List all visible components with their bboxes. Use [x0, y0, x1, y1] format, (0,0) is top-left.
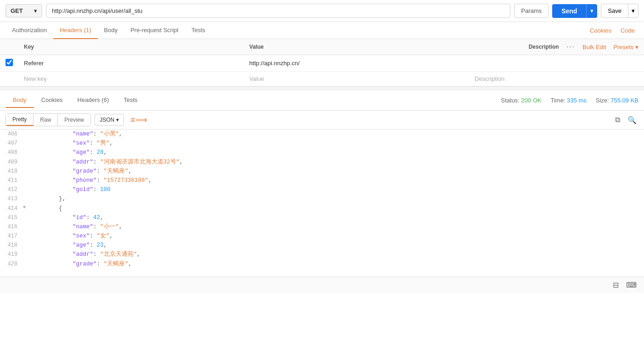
code-line-407: 407 "sex": "男",: [0, 139, 644, 148]
description-cell: [469, 55, 644, 72]
response-tabs: Body Cookies Headers (6) Tests: [6, 93, 145, 107]
key-cell: Referer: [18, 55, 244, 72]
code-line-418: 418 "age": 23,: [0, 241, 644, 250]
line-num-406: 406: [0, 130, 23, 139]
code-line-406: 406 "name": "小黑",: [0, 130, 644, 139]
method-dropdown[interactable]: GET ▾: [6, 4, 42, 17]
line-num-416: 416: [0, 222, 23, 231]
copy-button[interactable]: ⧉: [613, 114, 622, 126]
tab-pre-request-script[interactable]: Pre-request Script: [124, 22, 185, 39]
url-input[interactable]: [46, 4, 510, 18]
row-checkbox-cell: [0, 55, 18, 72]
col-key: Key: [18, 39, 244, 55]
bulk-edit-button[interactable]: Bulk Edit: [582, 44, 606, 51]
code-line-419: 419 "addr": "北京天通苑",: [0, 250, 644, 259]
format-label: JSON: [100, 117, 114, 123]
status-value: 200 OK: [521, 97, 541, 104]
description-label: Description: [529, 44, 559, 50]
code-line-411: 411 "phone": "15727336108",: [0, 176, 644, 185]
format-dropdown[interactable]: JSON ▾: [95, 114, 124, 126]
keyboard-button[interactable]: ⌨: [624, 279, 638, 291]
time-label: Time:: [550, 97, 565, 104]
line-num-412: 412: [0, 185, 23, 194]
code-link[interactable]: Code: [617, 23, 638, 39]
send-dropdown-button[interactable]: ▾: [586, 4, 597, 18]
line-num-410: 410: [0, 167, 23, 176]
save-dropdown-button[interactable]: ▾: [628, 4, 638, 18]
tab-headers[interactable]: Headers (1): [53, 22, 98, 39]
code-line-416: 416 "name": "小一",: [0, 222, 644, 231]
status-label: Status:: [501, 97, 519, 104]
response-body-toolbar: Pretty Raw Preview JSON ▾ ≡⟹ ⧉ 🔍: [0, 111, 644, 130]
resp-tab-body[interactable]: Body: [6, 93, 34, 108]
response-status-area: Status: 200 OK Time: 335 ms Size: 755.09…: [501, 97, 638, 104]
req-tab-right-links: Cookies Code: [586, 23, 638, 39]
value-text: http://api.nnzhp.cn/: [249, 60, 300, 67]
cookies-link[interactable]: Cookies: [586, 23, 615, 39]
tab-tests[interactable]: Tests: [185, 22, 212, 39]
col-value: Value: [244, 39, 469, 55]
more-options-button[interactable]: ···: [566, 43, 575, 51]
toolbar-right: ⧉ 🔍: [613, 114, 638, 126]
code-line-417: 417 "sex": "女",: [0, 231, 644, 241]
line-num-417: 417: [0, 231, 23, 241]
wrap-button[interactable]: ≡⟹: [128, 114, 150, 126]
section-divider: [0, 86, 644, 90]
code-line-415: 415 "id": 42,: [0, 213, 644, 222]
code-line-414: 414 ▼ {: [0, 204, 644, 213]
resp-tab-tests[interactable]: Tests: [116, 93, 145, 108]
line-num-411: 411: [0, 176, 23, 185]
resp-tab-headers[interactable]: Headers (6): [70, 93, 117, 108]
col-description: Description ··· Bulk Edit Presets ▾: [469, 39, 644, 55]
line-num-419: 419: [0, 250, 23, 259]
method-chevron-icon: ▾: [34, 7, 37, 14]
key-value: Referer: [24, 60, 44, 67]
send-button[interactable]: Send: [552, 4, 586, 18]
split-view-icon: ⊟: [613, 281, 619, 289]
resp-tab-cookies[interactable]: Cookies: [34, 93, 70, 108]
line-num-409: 409: [0, 158, 23, 167]
response-header: Body Cookies Headers (6) Tests Status: 2…: [0, 90, 644, 111]
view-raw-button[interactable]: Raw: [34, 114, 58, 126]
bottom-bar: ⊟ ⌨: [0, 276, 644, 293]
size-label: Size:: [596, 97, 609, 104]
view-pretty-button[interactable]: Pretty: [6, 114, 34, 126]
code-line-413: 413 },: [0, 194, 644, 203]
line-num-420: 420: [0, 259, 23, 269]
copy-icon: ⧉: [615, 116, 620, 124]
table-row: Referer http://api.nnzhp.cn/: [0, 55, 644, 72]
headers-section: Key Value Description ··· Bulk Edit Pres…: [0, 39, 644, 86]
line-num-415: 415: [0, 213, 23, 222]
time-value: 335 ms: [567, 97, 587, 104]
line-num-407: 407: [0, 139, 23, 148]
split-view-button[interactable]: ⊟: [611, 279, 621, 291]
code-line-412: 412 "gold": 100: [0, 185, 644, 194]
request-tabs: Authorization Headers (1) Body Pre-reque…: [0, 22, 644, 39]
new-description-placeholder: Description: [475, 75, 504, 82]
new-key-row: New key Value Description: [0, 72, 644, 86]
save-btn-group: Save ▾: [601, 4, 638, 18]
tab-authorization[interactable]: Authorization: [6, 22, 53, 39]
tab-body[interactable]: Body: [98, 22, 124, 39]
search-button[interactable]: 🔍: [626, 114, 638, 126]
line-num-418: 418: [0, 241, 23, 250]
code-line-410: 410 "grade": "天蝎座",: [0, 167, 644, 176]
line-num-408: 408: [0, 148, 23, 157]
size-label-text: Size: 755.09 KB: [596, 97, 638, 104]
wrap-icon: ≡⟹: [130, 115, 147, 124]
code-area: 406 "name": "小黑", 407 "sex": "男", 408 "a…: [0, 130, 644, 276]
line-num-413: 413: [0, 194, 23, 203]
presets-button[interactable]: Presets ▾: [613, 44, 638, 51]
status-label-text: Status: 200 OK: [501, 97, 541, 104]
size-value: 755.09 KB: [610, 97, 638, 104]
new-value-placeholder: Value: [249, 75, 264, 82]
params-button[interactable]: Params: [514, 4, 549, 18]
save-button[interactable]: Save: [601, 4, 628, 18]
format-chevron-icon: ▾: [116, 117, 119, 123]
keyboard-icon: ⌨: [626, 281, 637, 289]
url-bar: GET ▾ Params Send ▾ Save ▾: [0, 0, 644, 22]
code-line-408: 408 "age": 28,: [0, 148, 644, 157]
row-checkbox[interactable]: [6, 59, 13, 66]
view-preview-button[interactable]: Preview: [58, 114, 90, 126]
method-label: GET: [11, 7, 23, 14]
